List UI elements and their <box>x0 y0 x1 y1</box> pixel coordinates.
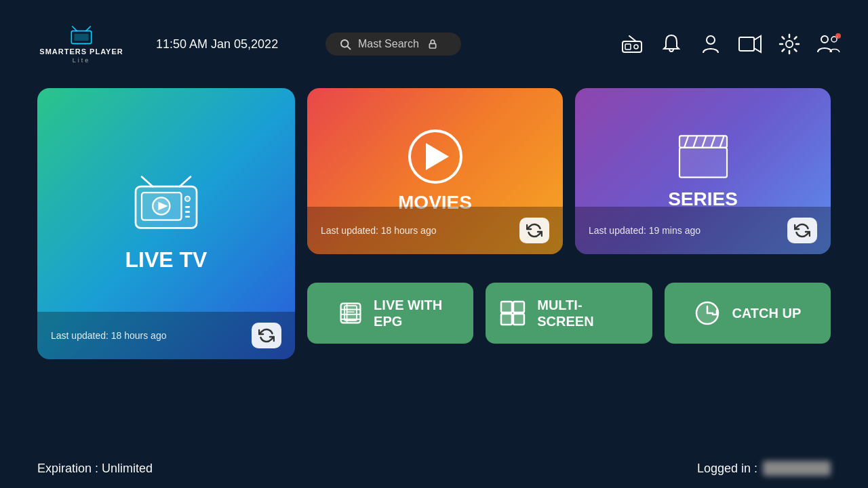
catchup-clock-icon <box>694 300 721 327</box>
user-icon-btn[interactable] <box>698 32 723 56</box>
movies-footer: Last updated: 18 hours ago <box>307 207 563 254</box>
movies-play-icon <box>408 129 462 184</box>
series-refresh-btn[interactable] <box>787 218 817 243</box>
bell-icon-btn[interactable] <box>659 32 684 56</box>
multi-screen-label: MULTI-SCREEN <box>537 297 638 329</box>
multi-screen-card[interactable]: MULTI-SCREEN <box>486 283 652 344</box>
svg-point-28 <box>185 196 190 201</box>
svg-marker-16 <box>754 36 761 52</box>
logged-in-label: Logged in : <box>697 462 757 476</box>
svg-point-12 <box>634 45 638 49</box>
svg-line-23 <box>180 176 191 186</box>
live-tv-icon <box>129 176 203 237</box>
series-card[interactable]: SERIES Last updated: 19 mins ago <box>575 88 831 254</box>
logo-name: SMARTERS PLAYER <box>39 47 123 56</box>
header: SMARTERS PLAYER Lite 11:50 AM Jan 05,202… <box>0 0 868 88</box>
svg-rect-29 <box>185 206 190 208</box>
svg-line-6 <box>86 26 91 31</box>
svg-rect-45 <box>344 306 357 321</box>
live-tv-footer: Last updated: 18 hours ago <box>37 312 295 359</box>
logged-in-value-blurred <box>763 461 831 476</box>
main-content: LIVE TV Last updated: 18 hours ago MOVIE… <box>0 88 868 359</box>
svg-point-14 <box>707 36 715 44</box>
catch-up-label: CATCH UP <box>732 305 801 321</box>
svg-point-18 <box>821 36 828 43</box>
series-refresh-icon <box>794 222 810 239</box>
settings-icon-btn[interactable] <box>777 32 802 56</box>
search-placeholder: Mast Search <box>358 38 419 50</box>
movies-refresh-icon <box>526 222 542 239</box>
header-icons: ! <box>620 32 841 56</box>
movies-card[interactable]: MOVIES Last updated: 18 hours ago <box>307 88 563 254</box>
svg-rect-38 <box>679 147 727 177</box>
datetime-display: 11:50 AM Jan 05,2022 <box>156 37 305 52</box>
svg-rect-50 <box>513 302 524 312</box>
search-bar[interactable]: Mast Search <box>326 33 461 56</box>
record-icon-btn[interactable] <box>738 32 762 56</box>
cards-grid: LIVE TV Last updated: 18 hours ago MOVIE… <box>37 88 831 359</box>
radio-icon-btn[interactable] <box>620 32 644 56</box>
svg-rect-30 <box>185 211 190 213</box>
svg-rect-1 <box>74 34 88 41</box>
live-tv-card[interactable]: LIVE TV Last updated: 18 hours ago <box>37 88 295 359</box>
svg-line-8 <box>347 46 350 49</box>
svg-point-17 <box>786 41 793 47</box>
play-triangle <box>426 143 449 170</box>
series-footer: Last updated: 19 mins ago <box>575 207 831 254</box>
logo-tv-icon <box>68 24 95 45</box>
logo-lite: Lite <box>73 57 91 64</box>
lock-icon <box>427 39 438 49</box>
svg-rect-9 <box>429 43 435 48</box>
svg-rect-49 <box>501 302 512 312</box>
series-last-updated: Last updated: 19 mins ago <box>589 225 701 236</box>
svg-rect-51 <box>501 313 512 324</box>
series-clapper-icon <box>676 133 730 180</box>
svg-rect-11 <box>625 44 631 49</box>
bottom-cards-row: LIVE WITH EPG MULTI-SCREEN <box>307 283 831 360</box>
svg-rect-31 <box>185 216 190 218</box>
epg-icon <box>338 301 363 325</box>
switch-user-icon-btn[interactable]: ! <box>816 32 841 56</box>
movies-last-updated: Last updated: 18 hours ago <box>321 225 436 236</box>
logo: SMARTERS PLAYER Lite <box>27 24 136 63</box>
logged-in-container: Logged in : <box>697 461 831 476</box>
svg-line-13 <box>629 36 636 41</box>
live-tv-label: LIVE TV <box>125 247 208 272</box>
svg-line-5 <box>73 26 77 31</box>
movies-refresh-btn[interactable] <box>519 218 549 243</box>
live-with-epg-card[interactable]: LIVE WITH EPG <box>307 283 473 344</box>
live-with-epg-label: LIVE WITH EPG <box>374 297 442 329</box>
svg-line-22 <box>142 176 153 186</box>
live-tv-last-updated: Last updated: 18 hours ago <box>51 330 166 341</box>
footer: Expiration : Unlimited Logged in : <box>37 461 831 476</box>
svg-rect-52 <box>513 313 524 324</box>
svg-rect-15 <box>739 37 754 51</box>
svg-text:!: ! <box>837 35 837 39</box>
expiration-text: Expiration : Unlimited <box>37 462 153 476</box>
multiscreen-icon <box>499 300 526 327</box>
refresh-icon <box>258 327 275 344</box>
search-icon <box>339 38 351 50</box>
catch-up-card[interactable]: CATCH UP <box>665 283 831 344</box>
live-tv-refresh-btn[interactable] <box>252 323 281 348</box>
